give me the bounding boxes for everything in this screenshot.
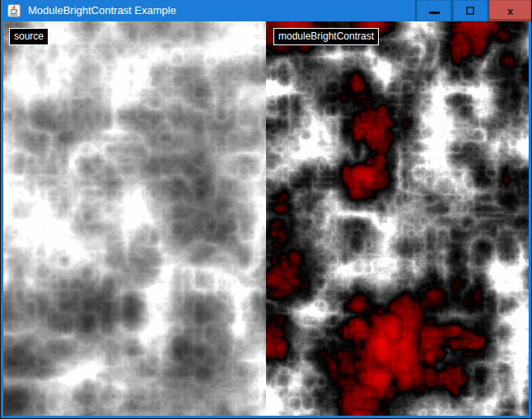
modulebrightcontrast-image xyxy=(266,21,529,416)
maximize-button[interactable] xyxy=(453,0,488,21)
java-app-icon xyxy=(7,4,21,17)
window-title: ModuleBrightContrast Example xyxy=(28,0,176,21)
title-bar[interactable]: ModuleBrightContrast Example x xyxy=(1,0,531,21)
minimize-button[interactable] xyxy=(417,0,451,21)
close-icon: x xyxy=(507,6,513,16)
app-window: ModuleBrightContrast Example x source mo… xyxy=(0,0,532,419)
content-area: source moduleBrightContrast xyxy=(3,21,529,416)
source-image xyxy=(3,21,266,416)
modulebrightcontrast-label: moduleBrightContrast xyxy=(273,28,379,45)
maximize-icon xyxy=(466,7,474,15)
window-controls: x xyxy=(415,0,531,21)
close-button[interactable]: x xyxy=(489,0,531,21)
source-label: source xyxy=(9,28,49,45)
minimize-icon xyxy=(429,12,440,14)
